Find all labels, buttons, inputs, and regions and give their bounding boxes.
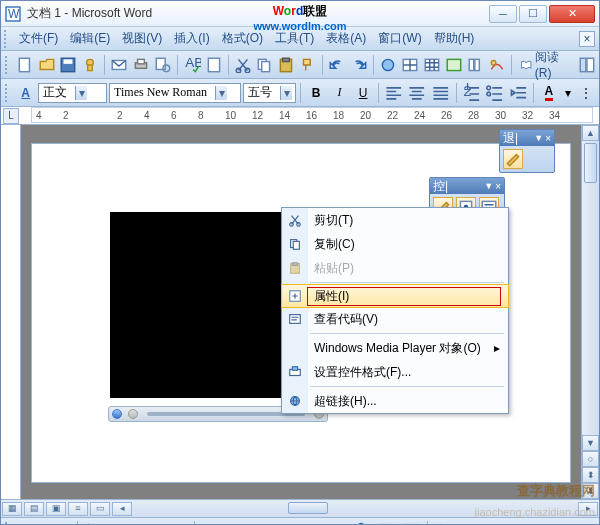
minimize-button[interactable]: ─ — [489, 5, 517, 23]
font-combo[interactable]: Times New Roman▾ — [109, 83, 241, 103]
play-button[interactable] — [112, 409, 122, 419]
align-left-button[interactable] — [383, 82, 405, 104]
vertical-ruler[interactable] — [1, 125, 21, 499]
picture-button[interactable] — [400, 520, 422, 526]
menu-insert[interactable]: 插入(I) — [168, 28, 215, 49]
scroll-down-button[interactable]: ▼ — [582, 435, 599, 451]
save-button[interactable] — [58, 54, 78, 76]
new-doc-button[interactable] — [15, 54, 35, 76]
copy-button[interactable] — [254, 54, 274, 76]
drawing-toggle-button[interactable] — [487, 54, 507, 76]
float-toolbar-exit[interactable]: 退|▼× — [499, 129, 555, 173]
permission-button[interactable] — [80, 54, 100, 76]
web-view-button[interactable]: ▤ — [24, 502, 44, 516]
indent-button[interactable] — [508, 82, 530, 104]
doc-map-button[interactable] — [577, 54, 597, 76]
fontsize-combo[interactable]: 五号▾ — [243, 83, 296, 103]
arrow-button[interactable] — [225, 520, 247, 526]
close-button[interactable]: ✕ — [549, 5, 595, 23]
textbox-button[interactable]: A — [300, 520, 322, 526]
browse-object-button[interactable]: ○ — [582, 451, 599, 467]
style-combo[interactable]: 正文▾ — [38, 83, 107, 103]
wordart-button[interactable]: A — [325, 520, 347, 526]
ctx-properties[interactable]: 属性(I) — [281, 284, 509, 308]
bold-button[interactable]: B — [305, 82, 327, 104]
toolbar-grip[interactable] — [5, 522, 11, 526]
exit-design-button[interactable] — [503, 149, 523, 169]
insert-table-button[interactable] — [422, 54, 442, 76]
italic-button[interactable]: I — [329, 82, 351, 104]
font-color-dd[interactable]: ▾ — [562, 82, 574, 104]
chevron-down-icon[interactable]: ▾ — [75, 86, 87, 100]
font-color-button[interactable]: A — [538, 82, 560, 104]
chevron-down-icon[interactable]: ▾ — [280, 86, 292, 100]
oval-button[interactable] — [275, 520, 297, 526]
print-view-button[interactable]: ▣ — [46, 502, 66, 516]
rectangle-button[interactable] — [250, 520, 272, 526]
menu-window[interactable]: 窗口(W) — [372, 28, 427, 49]
help-question-icon[interactable]: × — [579, 31, 595, 47]
redo-button[interactable] — [349, 54, 369, 76]
hscroll-thumb[interactable] — [288, 502, 328, 514]
align-center-button[interactable] — [406, 82, 428, 104]
read-mode-button[interactable]: 阅读(R) — [516, 49, 575, 80]
menu-edit[interactable]: 编辑(E) — [64, 28, 116, 49]
align-justify-button[interactable] — [430, 82, 452, 104]
prev-page-button[interactable]: ⬍ — [582, 467, 599, 483]
scroll-left-button[interactable]: ◂ — [112, 502, 132, 516]
horizontal-ruler[interactable]: L 42246810121416182022242628303234 — [1, 107, 599, 125]
open-button[interactable] — [37, 54, 57, 76]
tab-selector[interactable]: L — [3, 108, 19, 124]
toolbar-grip[interactable] — [4, 30, 10, 48]
stop-button[interactable] — [128, 409, 138, 419]
line-button[interactable] — [200, 520, 222, 526]
toolbar-options-button[interactable]: ⋮ — [575, 82, 597, 104]
styles-pane-button[interactable]: A — [15, 82, 37, 104]
clipart-button[interactable] — [375, 520, 397, 526]
close-icon[interactable]: × — [495, 181, 501, 192]
tables-borders-button[interactable] — [400, 54, 420, 76]
line-color-button[interactable] — [458, 520, 480, 526]
email-button[interactable] — [109, 54, 129, 76]
maximize-button[interactable]: ☐ — [519, 5, 547, 23]
menu-help[interactable]: 帮助(H) — [428, 28, 481, 49]
print-button[interactable] — [131, 54, 151, 76]
chevron-down-icon[interactable]: ▼ — [484, 181, 493, 191]
research-button[interactable] — [204, 54, 224, 76]
diagram-button[interactable] — [350, 520, 372, 526]
fill-color-button[interactable] — [433, 520, 455, 526]
ctx-format-control[interactable]: 设置控件格式(F)... — [282, 360, 508, 384]
close-icon[interactable]: × — [545, 133, 551, 144]
print-preview-button[interactable] — [153, 54, 173, 76]
scroll-thumb[interactable] — [584, 143, 597, 183]
ctx-cut[interactable]: 剪切(T) — [282, 208, 508, 232]
reading-view-button[interactable]: ▭ — [90, 502, 110, 516]
outline-view-button[interactable]: ≡ — [68, 502, 88, 516]
columns-button[interactable] — [466, 54, 486, 76]
insert-worksheet-button[interactable] — [444, 54, 464, 76]
ctx-hyperlink[interactable]: 超链接(H)... — [282, 389, 508, 413]
bullets-button[interactable] — [484, 82, 506, 104]
paste-icon — [288, 261, 302, 275]
ctx-view-code[interactable]: 查看代码(V) — [282, 307, 508, 331]
menu-file[interactable]: 文件(F) — [13, 28, 64, 49]
toolbar-grip[interactable] — [5, 84, 11, 102]
menu-view[interactable]: 视图(V) — [116, 28, 168, 49]
format-painter-button[interactable] — [298, 54, 318, 76]
hyperlink-button[interactable] — [378, 54, 398, 76]
select-objects-button[interactable] — [83, 520, 105, 526]
vertical-scrollbar[interactable]: ▲ ▼ ○ ⬍ ⬍ — [581, 125, 599, 499]
underline-button[interactable]: U — [352, 82, 374, 104]
ctx-copy[interactable]: 复制(C) — [282, 232, 508, 256]
scroll-up-button[interactable]: ▲ — [582, 125, 599, 141]
ctx-wmp-object[interactable]: Windows Media Player 对象(O) ▸ — [282, 336, 508, 360]
numbering-button[interactable]: 12 — [461, 82, 483, 104]
undo-button[interactable] — [327, 54, 347, 76]
chevron-down-icon[interactable]: ▾ — [215, 86, 227, 100]
toolbar-grip[interactable] — [5, 56, 11, 74]
cut-button[interactable] — [233, 54, 253, 76]
normal-view-button[interactable]: ▦ — [2, 502, 22, 516]
chevron-down-icon[interactable]: ▼ — [534, 133, 543, 143]
paste-button[interactable] — [276, 54, 296, 76]
spellcheck-button[interactable]: АВ — [182, 54, 202, 76]
